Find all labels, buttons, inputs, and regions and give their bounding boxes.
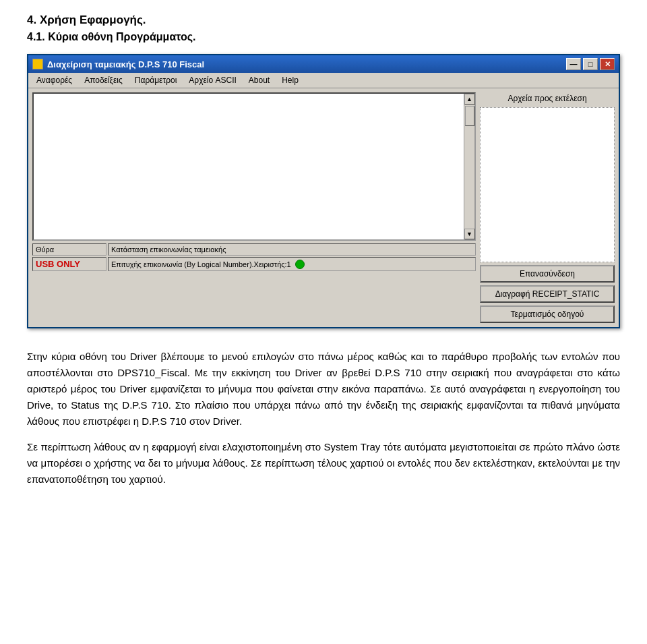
menubar: Αναφορές Αποδείξεις Παράμετροι Αρχείο AS… [28,73,619,88]
scroll-down-arrow[interactable]: ▼ [464,229,475,239]
comm-status-text: Επιτυχής επικοινωνία (By Logical Number)… [111,260,291,268]
log-area: ▲ ▼ [32,92,476,241]
menu-reports[interactable]: Αναφορές [31,74,78,86]
body-text: Στην κύρια οθόνη του Driver βλέπουμε το … [27,349,620,488]
menu-help[interactable]: Help [276,74,304,86]
titlebar-buttons: — □ ✕ [566,58,615,70]
right-panel: Αρχεία προς εκτέλεση Επανασύνδεση Διαγρα… [480,92,615,323]
reconnect-button[interactable]: Επανασύνδεση [480,265,615,283]
port-label: Θύρα [32,243,106,256]
status-area: Θύρα Κατάσταση επικοινωνίας ταμειακής US… [32,243,476,271]
maximize-button[interactable]: □ [583,58,598,70]
left-panel: ▲ ▼ Θύρα Κατάσταση επικοινωνίας ταμειακή… [32,92,476,323]
terminate-button[interactable]: Τερματισμός οδηγού [480,305,615,323]
vertical-scrollbar[interactable]: ▲ ▼ [464,94,474,239]
archive-list [480,107,615,262]
archive-label: Αρχεία προς εκτέλεση [480,92,615,105]
menu-receipts[interactable]: Αποδείξεις [79,74,128,86]
window-title: Διαχείριση ταμειακής D.P.S 710 Fiscal [47,59,204,69]
paragraph-2: Σε περίπτωση λάθους αν η εφαρμογή είναι … [27,439,620,488]
comm-label: Κατάσταση επικοινωνίας ταμειακής [108,243,476,256]
window-body: ▲ ▼ Θύρα Κατάσταση επικοινωνίας ταμειακή… [28,88,619,327]
titlebar-left: Διαχείριση ταμειακής D.P.S 710 Fiscal [32,59,204,69]
comm-status: Επιτυχής επικοινωνία (By Logical Number)… [108,257,476,271]
menu-parameters[interactable]: Παράμετροι [129,74,183,86]
status-indicator [295,260,305,269]
minimize-button[interactable]: — [566,58,581,70]
app-icon [32,59,43,69]
delete-receipt-button[interactable]: Διαγραφή RECEIPT_STATIC [480,285,615,303]
log-content [34,94,464,239]
section-heading: 4. Χρήση Εφαρμογής. [27,13,620,27]
close-button[interactable]: ✕ [600,58,615,70]
paragraph-1: Στην κύρια οθόνη του Driver βλέπουμε το … [27,349,620,430]
application-window: Διαχείριση ταμειακής D.P.S 710 Fiscal — … [27,54,620,328]
titlebar: Διαχείριση ταμειακής D.P.S 710 Fiscal — … [28,55,619,73]
subsection-heading: 4.1. Κύρια οθόνη Προγράμματος. [27,31,620,43]
port-value: USB ONLY [32,257,106,271]
scroll-thumb[interactable] [465,106,474,126]
menu-ascii[interactable]: Αρχείο ASCII [183,74,242,86]
scroll-up-arrow[interactable]: ▲ [464,94,475,105]
menu-about[interactable]: About [243,74,275,86]
